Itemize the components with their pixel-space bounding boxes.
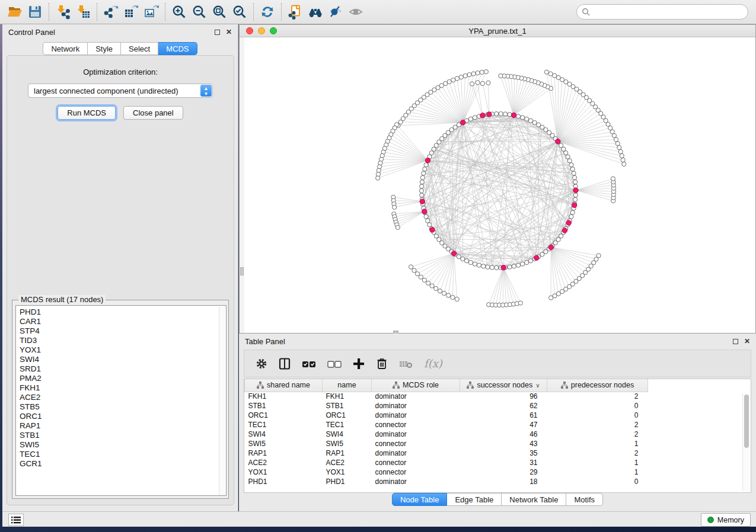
- table-cell[interactable]: 29: [460, 467, 547, 477]
- network-vscrollbar[interactable]: [240, 37, 244, 333]
- mcds-node-item[interactable]: TID3: [20, 336, 226, 345]
- run-mcds-button[interactable]: Run MCDS: [58, 106, 116, 120]
- mcds-node-item[interactable]: CAR1: [20, 317, 226, 326]
- memory-button[interactable]: Memory: [701, 513, 751, 527]
- mcds-node-item[interactable]: YOX1: [20, 345, 226, 355]
- table-cell[interactable]: 18: [460, 477, 547, 486]
- show-columns-icon[interactable]: [278, 357, 291, 370]
- table-cell[interactable]: SWI4: [245, 430, 323, 439]
- table-cell[interactable]: 2: [547, 392, 648, 401]
- mcds-node-item[interactable]: ORC1: [20, 412, 226, 421]
- table-cell[interactable]: 2: [547, 448, 648, 458]
- mcds-node-item[interactable]: ACE2: [20, 393, 226, 402]
- mcds-result-list[interactable]: PHD1CAR1STP4TID3YOX1SWI4SRD1PMA2FKH1ACE2…: [15, 305, 227, 496]
- deselect-all-icon[interactable]: [327, 357, 342, 370]
- table-row[interactable]: FKH1FKH1dominator962: [245, 392, 648, 401]
- table-cell[interactable]: connector: [372, 439, 460, 448]
- select-all-icon[interactable]: [301, 357, 317, 370]
- table-cell[interactable]: 0: [547, 401, 648, 411]
- tab-node-table[interactable]: Node Table: [392, 493, 448, 506]
- mcds-node-item[interactable]: STB1: [20, 431, 226, 440]
- float-table-panel-icon[interactable]: [733, 339, 738, 344]
- table-row[interactable]: TEC1TEC1connector472: [245, 420, 648, 430]
- tab-network-table[interactable]: Network Table: [502, 493, 566, 506]
- mcds-node-item[interactable]: FKH1: [20, 383, 226, 393]
- table-cell[interactable]: ORC1: [245, 411, 323, 420]
- table-cell[interactable]: TEC1: [245, 420, 323, 430]
- table-row[interactable]: STB1STB1dominator620: [245, 401, 648, 411]
- tab-network[interactable]: Network: [43, 42, 88, 55]
- export-table-icon[interactable]: [121, 2, 141, 22]
- export-image-icon[interactable]: [141, 2, 161, 22]
- table-cell[interactable]: dominator: [372, 448, 460, 458]
- clone-network-icon[interactable]: [285, 2, 305, 22]
- node-table[interactable]: shared name name MCDS role successor nod…: [244, 379, 751, 493]
- mcds-node-item[interactable]: SWI4: [20, 355, 226, 364]
- table-cell[interactable]: FKH1: [245, 392, 323, 401]
- close-panel-button[interactable]: Close panel: [123, 106, 183, 120]
- zoom-in-icon[interactable]: [169, 2, 189, 22]
- table-cell[interactable]: dominator: [372, 392, 460, 401]
- delete-table-icon[interactable]: [398, 357, 414, 370]
- network-titlebar[interactable]: YPA_prune.txt_1: [240, 25, 755, 37]
- table-row[interactable]: PHD1PHD1dominator180: [245, 477, 648, 486]
- column-header-successor-nodes[interactable]: successor nodes ∨: [460, 379, 547, 392]
- close-table-panel-icon[interactable]: ✕: [744, 338, 750, 345]
- mcds-node-item[interactable]: RAP1: [20, 421, 226, 431]
- mcds-node-item[interactable]: TEC1: [20, 450, 226, 459]
- refresh-icon[interactable]: [257, 2, 277, 22]
- table-cell[interactable]: 35: [460, 448, 547, 458]
- search-field[interactable]: [576, 4, 748, 20]
- table-cell[interactable]: 2: [547, 430, 648, 439]
- first-neighbors-icon[interactable]: [305, 2, 326, 22]
- zoom-fit-icon[interactable]: [209, 2, 229, 22]
- table-row[interactable]: RAP1RAP1dominator352: [245, 448, 648, 458]
- import-table-icon[interactable]: [73, 2, 93, 22]
- table-options-icon[interactable]: [255, 357, 268, 370]
- table-cell[interactable]: ORC1: [323, 411, 372, 420]
- table-header-row[interactable]: shared name name MCDS role successor nod…: [245, 379, 648, 392]
- table-cell[interactable]: 1: [547, 467, 648, 477]
- table-cell[interactable]: 46: [460, 430, 547, 439]
- table-row[interactable]: SWI4SWI4dominator462: [245, 430, 648, 439]
- column-header-shared-name[interactable]: shared name: [245, 379, 323, 392]
- table-cell[interactable]: 62: [460, 401, 547, 411]
- save-session-icon[interactable]: [25, 2, 45, 22]
- mcds-node-item[interactable]: GCR1: [20, 459, 226, 469]
- table-cell[interactable]: STB1: [323, 401, 372, 411]
- network-graph[interactable]: [240, 37, 755, 333]
- export-network-icon[interactable]: [101, 2, 121, 22]
- table-cell[interactable]: TEC1: [323, 420, 372, 430]
- search-input[interactable]: [591, 6, 748, 18]
- table-row[interactable]: YOX1YOX1connector291: [245, 467, 648, 477]
- table-cell[interactable]: 0: [547, 477, 648, 486]
- table-cell[interactable]: dominator: [372, 401, 460, 411]
- table-cell[interactable]: YOX1: [245, 467, 323, 477]
- task-history-button[interactable]: [8, 514, 24, 526]
- mcds-node-item[interactable]: STP4: [20, 326, 226, 336]
- mcds-list-scrollbar[interactable]: [219, 306, 225, 496]
- table-cell[interactable]: YOX1: [323, 467, 372, 477]
- mcds-node-item[interactable]: SRD1: [20, 364, 226, 374]
- tab-style[interactable]: Style: [88, 42, 121, 55]
- hide-panel-icon[interactable]: [326, 2, 346, 22]
- open-file-icon[interactable]: [5, 2, 25, 22]
- column-header-name[interactable]: name: [323, 379, 372, 392]
- column-header-mcds-role[interactable]: MCDS role: [372, 379, 460, 392]
- table-cell[interactable]: SWI5: [323, 439, 372, 448]
- table-vscrollbar[interactable]: [742, 393, 749, 491]
- table-cell[interactable]: dominator: [372, 411, 460, 420]
- table-row[interactable]: ORC1ORC1dominator610: [245, 411, 648, 420]
- table-cell[interactable]: 1: [547, 458, 648, 467]
- table-cell[interactable]: ACE2: [245, 458, 323, 467]
- table-cell[interactable]: RAP1: [323, 448, 372, 458]
- table-cell[interactable]: connector: [372, 467, 460, 477]
- mcds-node-item[interactable]: STB5: [20, 402, 226, 412]
- mcds-node-item[interactable]: PMA2: [20, 374, 226, 383]
- zoom-selected-icon[interactable]: [229, 2, 250, 22]
- table-cell[interactable]: connector: [372, 458, 460, 467]
- table-cell[interactable]: 96: [460, 392, 547, 401]
- table-cell[interactable]: ACE2: [323, 458, 372, 467]
- table-cell[interactable]: 61: [460, 411, 547, 420]
- table-cell[interactable]: dominator: [372, 430, 460, 439]
